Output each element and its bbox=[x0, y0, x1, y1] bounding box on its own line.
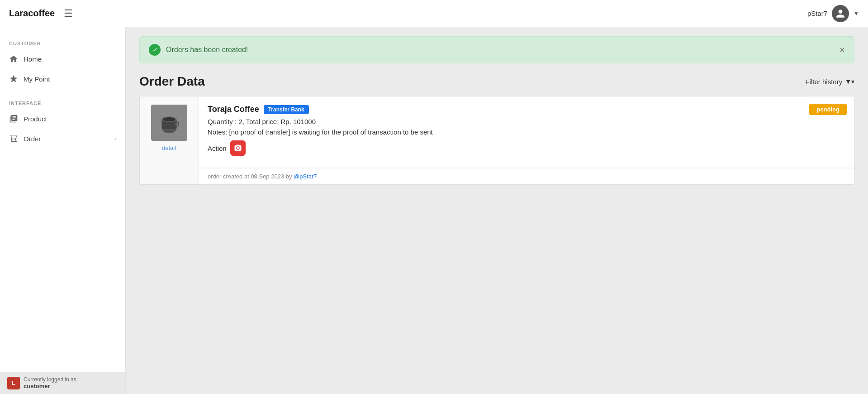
order-card-footer: order created at 08 Sep 2023 by @pStar7 bbox=[199, 168, 854, 184]
sidebar-footer: L Currently logged in as: customer bbox=[0, 372, 125, 394]
order-created-info: order created at 08 Sep 2023 by bbox=[208, 173, 294, 180]
svg-point-4 bbox=[163, 117, 175, 121]
filter-history-button[interactable]: Filter history ▼▾ bbox=[805, 78, 854, 86]
alert-success-icon bbox=[149, 44, 161, 56]
status-badge-pending: pending bbox=[809, 104, 847, 115]
filter-history-label: Filter history bbox=[805, 78, 842, 86]
sidebar-item-mypoint[interactable]: My Point bbox=[0, 69, 125, 89]
hamburger-button[interactable]: ☰ bbox=[64, 8, 73, 19]
order-notes: Notes: [no proof of transfer] is waiting… bbox=[208, 128, 845, 136]
sidebar-item-home[interactable]: Home bbox=[0, 49, 125, 69]
sidebar-footer-user: customer bbox=[24, 383, 78, 389]
star-icon bbox=[9, 74, 18, 83]
sidebar-item-mypoint-label: My Point bbox=[24, 75, 116, 83]
order-card-image-col: detail bbox=[140, 96, 199, 184]
sidebar-item-order[interactable]: Order › bbox=[0, 129, 125, 149]
sidebar-footer-logged-in: Currently logged in as: bbox=[24, 376, 78, 383]
payment-method-badge: Transfer Bank bbox=[264, 105, 309, 114]
detail-link[interactable]: detail bbox=[162, 144, 176, 151]
action-camera-button[interactable] bbox=[230, 140, 246, 156]
alert-message: Orders has been created! bbox=[166, 46, 248, 54]
order-title: Order Data bbox=[139, 74, 205, 89]
user-dropdown-arrow[interactable]: ▼ bbox=[854, 10, 859, 17]
username-label: pStar7 bbox=[807, 10, 827, 17]
order-card-body: Toraja Coffee Transfer Bank Quantity : 2… bbox=[199, 96, 854, 168]
order-icon bbox=[9, 134, 18, 143]
order-title-row: Toraja Coffee Transfer Bank bbox=[208, 105, 845, 114]
order-arrow-icon: › bbox=[114, 135, 116, 142]
order-action-row: Action bbox=[208, 140, 845, 156]
sidebar-footer-logo: L bbox=[7, 377, 20, 389]
order-header: Order Data Filter history ▼▾ bbox=[139, 74, 854, 89]
home-icon bbox=[9, 54, 18, 63]
product-icon bbox=[9, 114, 18, 123]
filter-icon: ▼▾ bbox=[845, 78, 854, 85]
user-avatar bbox=[832, 5, 849, 22]
order-product-name: Toraja Coffee bbox=[208, 105, 259, 114]
sidebar-item-order-label: Order bbox=[24, 135, 109, 143]
order-created-by[interactable]: @pStar7 bbox=[294, 173, 317, 180]
sidebar: CUSTOMER Home My Point INTERFACE Produ bbox=[0, 27, 126, 394]
order-footer-wrapper: order created at 08 Sep 2023 by @pStar7 bbox=[199, 168, 854, 184]
action-label: Action bbox=[208, 144, 227, 152]
sidebar-section-interface: INTERFACE bbox=[0, 96, 125, 109]
sidebar-item-product-label: Product bbox=[24, 115, 116, 123]
order-quantity-price: Quantity : 2, Total price: Rp. 101000 bbox=[208, 118, 845, 125]
alert-close-button[interactable]: × bbox=[840, 45, 845, 54]
sidebar-section-customer: CUSTOMER bbox=[0, 36, 125, 49]
order-card: detail Toraja Coffee Transfer Bank Quant… bbox=[139, 96, 854, 185]
product-image bbox=[151, 105, 187, 141]
alert-success: Orders has been created! × bbox=[139, 36, 854, 63]
order-body-content: Toraja Coffee Transfer Bank Quantity : 2… bbox=[199, 96, 854, 184]
sidebar-item-home-label: Home bbox=[24, 55, 116, 63]
sidebar-item-product[interactable]: Product bbox=[0, 109, 125, 129]
top-bar: Laracoffee ☰ pStar7 ▼ bbox=[0, 0, 868, 27]
app-title: Laracoffee bbox=[9, 8, 55, 19]
main-content: Orders has been created! × Order Data Fi… bbox=[126, 27, 868, 394]
